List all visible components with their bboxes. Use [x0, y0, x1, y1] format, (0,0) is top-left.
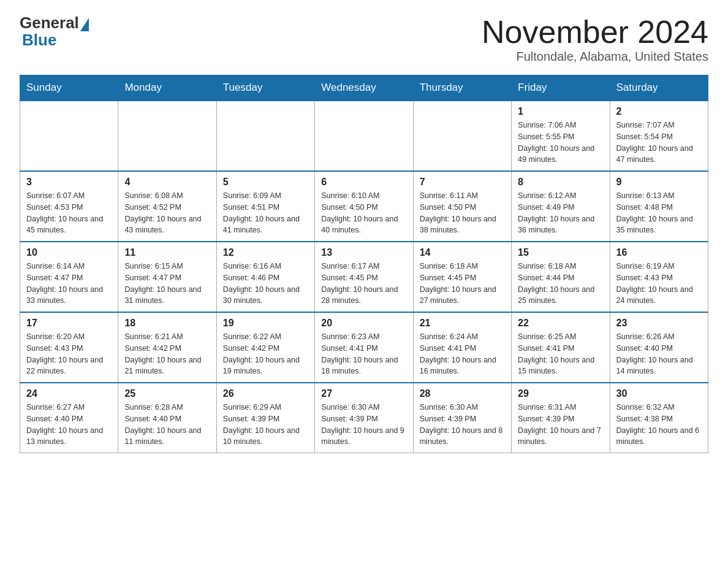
week-row-1: 3Sunrise: 6:07 AM Sunset: 4:53 PM Daylig…: [20, 171, 708, 242]
header-saturday: Saturday: [610, 75, 708, 101]
day-number: 24: [26, 388, 112, 399]
header-wednesday: Wednesday: [315, 75, 413, 101]
day-info-text: Sunrise: 6:13 AM Sunset: 4:48 PM Dayligh…: [616, 190, 702, 236]
day-cell: [118, 101, 216, 171]
day-number: 14: [420, 247, 505, 258]
day-number: 12: [223, 247, 308, 258]
day-cell: 27Sunrise: 6:30 AM Sunset: 4:39 PM Dayli…: [315, 383, 413, 453]
day-number: 4: [124, 177, 210, 188]
logo-blue-text: Blue: [22, 31, 56, 49]
day-info-text: Sunrise: 6:15 AM Sunset: 4:47 PM Dayligh…: [124, 261, 210, 307]
day-cell: 13Sunrise: 6:17 AM Sunset: 4:45 PM Dayli…: [315, 242, 413, 312]
day-cell: 2Sunrise: 7:07 AM Sunset: 5:54 PM Daylig…: [610, 101, 708, 171]
title-area: November 2024 Fultondale, Alabama, Unite…: [482, 15, 708, 64]
month-title: November 2024: [482, 15, 708, 50]
day-info-text: Sunrise: 6:30 AM Sunset: 4:39 PM Dayligh…: [321, 402, 406, 448]
day-cell: 3Sunrise: 6:07 AM Sunset: 4:53 PM Daylig…: [20, 171, 118, 242]
day-info-text: Sunrise: 6:22 AM Sunset: 4:42 PM Dayligh…: [223, 331, 308, 377]
day-info-text: Sunrise: 6:07 AM Sunset: 4:53 PM Dayligh…: [26, 190, 112, 236]
day-cell: [216, 101, 314, 171]
header-friday: Friday: [512, 75, 610, 101]
day-number: 10: [26, 247, 112, 258]
day-info-text: Sunrise: 6:10 AM Sunset: 4:50 PM Dayligh…: [321, 190, 406, 236]
header-monday: Monday: [118, 75, 216, 101]
day-number: 25: [124, 388, 210, 399]
week-row-3: 17Sunrise: 6:20 AM Sunset: 4:43 PM Dayli…: [20, 312, 708, 383]
day-cell: 29Sunrise: 6:31 AM Sunset: 4:39 PM Dayli…: [512, 383, 610, 453]
day-number: 23: [616, 318, 702, 329]
day-cell: 28Sunrise: 6:30 AM Sunset: 4:39 PM Dayli…: [413, 383, 511, 453]
day-number: 19: [223, 318, 308, 329]
day-info-text: Sunrise: 6:26 AM Sunset: 4:40 PM Dayligh…: [616, 331, 702, 377]
day-info-text: Sunrise: 6:09 AM Sunset: 4:51 PM Dayligh…: [223, 190, 308, 236]
day-cell: 14Sunrise: 6:18 AM Sunset: 4:45 PM Dayli…: [413, 242, 511, 312]
location-subtitle: Fultondale, Alabama, United States: [482, 50, 708, 64]
day-number: 5: [223, 177, 308, 188]
logo-triangle-icon: [80, 18, 89, 31]
day-number: 21: [420, 318, 505, 329]
day-info-text: Sunrise: 6:23 AM Sunset: 4:41 PM Dayligh…: [321, 331, 406, 377]
day-cell: 23Sunrise: 6:26 AM Sunset: 4:40 PM Dayli…: [610, 312, 708, 383]
header-thursday: Thursday: [413, 75, 511, 101]
day-number: 17: [26, 318, 112, 329]
logo-general-text: General: [20, 15, 79, 31]
day-info-text: Sunrise: 6:29 AM Sunset: 4:39 PM Dayligh…: [223, 402, 308, 448]
day-number: 28: [420, 388, 505, 399]
day-info-text: Sunrise: 7:06 AM Sunset: 5:55 PM Dayligh…: [518, 120, 603, 166]
day-info-text: Sunrise: 6:31 AM Sunset: 4:39 PM Dayligh…: [518, 402, 603, 448]
day-cell: 17Sunrise: 6:20 AM Sunset: 4:43 PM Dayli…: [20, 312, 118, 383]
day-number: 9: [616, 177, 702, 188]
day-info-text: Sunrise: 6:16 AM Sunset: 4:46 PM Dayligh…: [223, 261, 308, 307]
day-number: 27: [321, 388, 406, 399]
day-number: 1: [518, 106, 603, 117]
day-info-text: Sunrise: 6:20 AM Sunset: 4:43 PM Dayligh…: [26, 331, 112, 377]
day-info-text: Sunrise: 6:28 AM Sunset: 4:40 PM Dayligh…: [124, 402, 210, 448]
day-cell: 1Sunrise: 7:06 AM Sunset: 5:55 PM Daylig…: [512, 101, 610, 171]
day-cell: 20Sunrise: 6:23 AM Sunset: 4:41 PM Dayli…: [315, 312, 413, 383]
day-number: 3: [26, 177, 112, 188]
week-row-2: 10Sunrise: 6:14 AM Sunset: 4:47 PM Dayli…: [20, 242, 708, 312]
day-number: 20: [321, 318, 406, 329]
day-cell: 9Sunrise: 6:13 AM Sunset: 4:48 PM Daylig…: [610, 171, 708, 242]
day-number: 2: [616, 106, 702, 117]
day-cell: 12Sunrise: 6:16 AM Sunset: 4:46 PM Dayli…: [216, 242, 314, 312]
day-info-text: Sunrise: 6:12 AM Sunset: 4:49 PM Dayligh…: [518, 190, 603, 236]
header: General Blue November 2024 Fultondale, A…: [20, 15, 708, 64]
day-cell: [315, 101, 413, 171]
day-number: 18: [124, 318, 210, 329]
day-info-text: Sunrise: 6:08 AM Sunset: 4:52 PM Dayligh…: [124, 190, 210, 236]
day-number: 11: [124, 247, 210, 258]
header-sunday: Sunday: [20, 75, 118, 101]
day-cell: [413, 101, 511, 171]
day-info-text: Sunrise: 6:14 AM Sunset: 4:47 PM Dayligh…: [26, 261, 112, 307]
day-info-text: Sunrise: 6:25 AM Sunset: 4:41 PM Dayligh…: [518, 331, 603, 377]
day-cell: 18Sunrise: 6:21 AM Sunset: 4:42 PM Dayli…: [118, 312, 216, 383]
day-number: 29: [518, 388, 603, 399]
day-info-text: Sunrise: 7:07 AM Sunset: 5:54 PM Dayligh…: [616, 120, 702, 166]
day-cell: 7Sunrise: 6:11 AM Sunset: 4:50 PM Daylig…: [413, 171, 511, 242]
day-info-text: Sunrise: 6:18 AM Sunset: 4:45 PM Dayligh…: [420, 261, 505, 307]
day-cell: 15Sunrise: 6:18 AM Sunset: 4:44 PM Dayli…: [512, 242, 610, 312]
day-cell: 16Sunrise: 6:19 AM Sunset: 4:43 PM Dayli…: [610, 242, 708, 312]
week-row-0: 1Sunrise: 7:06 AM Sunset: 5:55 PM Daylig…: [20, 101, 708, 171]
day-cell: 24Sunrise: 6:27 AM Sunset: 4:40 PM Dayli…: [20, 383, 118, 453]
day-cell: 30Sunrise: 6:32 AM Sunset: 4:38 PM Dayli…: [610, 383, 708, 453]
week-row-4: 24Sunrise: 6:27 AM Sunset: 4:40 PM Dayli…: [20, 383, 708, 453]
day-info-text: Sunrise: 6:18 AM Sunset: 4:44 PM Dayligh…: [518, 261, 603, 307]
day-cell: 11Sunrise: 6:15 AM Sunset: 4:47 PM Dayli…: [118, 242, 216, 312]
day-number: 13: [321, 247, 406, 258]
day-cell: 5Sunrise: 6:09 AM Sunset: 4:51 PM Daylig…: [216, 171, 314, 242]
header-tuesday: Tuesday: [216, 75, 314, 101]
day-info-text: Sunrise: 6:11 AM Sunset: 4:50 PM Dayligh…: [420, 190, 505, 236]
day-info-text: Sunrise: 6:19 AM Sunset: 4:43 PM Dayligh…: [616, 261, 702, 307]
days-of-week-header: SundayMondayTuesdayWednesdayThursdayFrid…: [20, 75, 708, 101]
day-cell: [20, 101, 118, 171]
day-number: 8: [518, 177, 603, 188]
day-cell: 22Sunrise: 6:25 AM Sunset: 4:41 PM Dayli…: [512, 312, 610, 383]
day-number: 16: [616, 247, 702, 258]
day-number: 6: [321, 177, 406, 188]
day-number: 22: [518, 318, 603, 329]
day-info-text: Sunrise: 6:17 AM Sunset: 4:45 PM Dayligh…: [321, 261, 406, 307]
day-info-text: Sunrise: 6:30 AM Sunset: 4:39 PM Dayligh…: [420, 402, 505, 448]
day-cell: 6Sunrise: 6:10 AM Sunset: 4:50 PM Daylig…: [315, 171, 413, 242]
